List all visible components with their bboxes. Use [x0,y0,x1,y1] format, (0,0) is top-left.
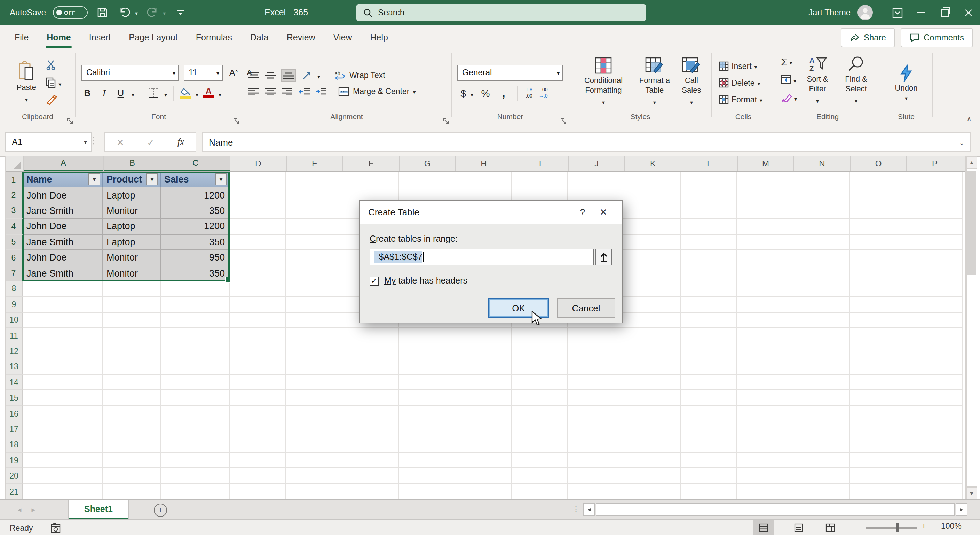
cell-G13[interactable] [399,359,455,375]
cell-B8[interactable] [103,281,161,297]
row-header-20[interactable]: 20 [6,468,23,484]
cell-D3[interactable] [230,203,286,219]
cell-G11[interactable] [399,328,455,344]
cell-L19[interactable] [681,453,737,468]
cell-M2[interactable] [737,188,794,203]
cell-B10[interactable] [103,312,161,328]
cell-N20[interactable] [794,468,850,484]
alignment-dialog-launcher-icon[interactable] [443,118,449,124]
cell-D6[interactable] [230,250,286,266]
cell-P17[interactable] [906,422,963,438]
cell-L8[interactable] [681,281,737,297]
new-sheet-button[interactable]: + [154,503,167,517]
cell-K7[interactable] [624,266,681,281]
cell-B15[interactable] [103,390,161,406]
cell-J19[interactable] [568,453,624,468]
scrollbar-drag-dots[interactable]: ⋮ [572,505,580,513]
cell-K18[interactable] [624,437,681,453]
cell-A14[interactable] [23,375,103,390]
row-header-6[interactable]: 6 [6,250,23,266]
quick-access-more-icon[interactable] [173,5,188,20]
cell-E14[interactable] [286,375,342,390]
zoom-level[interactable]: 100% [941,522,962,530]
cell-B16[interactable] [103,406,161,422]
cell-F13[interactable] [342,359,399,375]
cell-A4[interactable]: John Doe [23,219,103,235]
cell-I18[interactable] [512,437,568,453]
cell-N17[interactable] [794,422,850,438]
clear-dropdown-icon[interactable] [794,91,797,104]
cell-B13[interactable] [103,359,161,375]
cell-D18[interactable] [230,437,286,453]
cell-P9[interactable] [906,297,963,312]
cell-K15[interactable] [624,390,681,406]
cell-N15[interactable] [794,390,850,406]
cell-O11[interactable] [850,328,906,344]
cell-L13[interactable] [681,359,737,375]
cell-N1[interactable] [794,172,850,188]
format-cells-button[interactable]: Format [719,91,762,107]
cell-P8[interactable] [906,281,963,297]
cell-D19[interactable] [230,453,286,468]
cell-C18[interactable] [161,437,230,453]
cell-A18[interactable] [23,437,103,453]
cell-A15[interactable] [23,390,103,406]
page-layout-view-button[interactable] [788,521,809,535]
conditional-formatting-button[interactable]: Conditional Formatting [575,56,632,108]
cell-O18[interactable] [850,437,906,453]
borders-button[interactable] [148,86,159,100]
cell-N10[interactable] [794,312,850,328]
increase-decimal-button[interactable]: +.8 .00 [525,88,533,99]
cell-A17[interactable] [23,422,103,438]
cell-D11[interactable] [230,328,286,344]
autosum-dropdown-icon[interactable] [790,55,792,67]
cell-E7[interactable] [286,266,342,281]
cell-E5[interactable] [286,235,342,250]
cell-L6[interactable] [681,250,737,266]
cell-C2[interactable]: 1200 [161,188,230,203]
clipboard-dialog-launcher-icon[interactable] [67,118,73,124]
cell-A20[interactable] [23,468,103,484]
cell-D13[interactable] [230,359,286,375]
cell-O6[interactable] [850,250,906,266]
row-header-8[interactable]: 8 [6,281,23,297]
cell-E8[interactable] [286,281,342,297]
normal-view-button[interactable] [753,521,774,535]
cell-H17[interactable] [455,422,512,438]
cell-P14[interactable] [906,375,963,390]
font-dialog-launcher-icon[interactable] [233,118,239,124]
cell-A16[interactable] [23,406,103,422]
underline-button[interactable]: U [115,86,127,100]
cell-K19[interactable] [624,453,681,468]
cell-A10[interactable] [23,312,103,328]
column-header-C[interactable]: C [161,156,231,171]
cell-I11[interactable] [512,328,568,344]
row-header-15[interactable]: 15 [6,390,23,406]
cell-P7[interactable] [906,266,963,281]
cell-O1[interactable] [850,172,906,188]
vertical-scrollbar[interactable]: ▲ ▼ [966,156,977,500]
cell-B1[interactable]: Product▾ [103,172,161,188]
cell-O9[interactable] [850,297,906,312]
cell-K3[interactable] [624,203,681,219]
cell-K17[interactable] [624,422,681,438]
cell-F12[interactable] [342,344,399,359]
cell-C5[interactable]: 350 [161,235,230,250]
cell-E9[interactable] [286,297,342,312]
zoom-out-icon[interactable]: − [854,522,859,530]
cell-L9[interactable] [681,297,737,312]
delete-cells-dropdown-icon[interactable] [757,78,760,87]
cell-H13[interactable] [455,359,512,375]
vertical-scroll-thumb[interactable] [967,171,976,275]
cell-A6[interactable]: John Doe [23,250,103,266]
cell-N13[interactable] [794,359,850,375]
zoom-slider-handle[interactable] [896,523,899,532]
user-name[interactable]: Jart Theme [808,8,851,18]
cell-N3[interactable] [794,203,850,219]
align-middle-icon[interactable] [264,70,276,80]
conditional-formatting-dropdown-icon[interactable] [602,97,605,107]
cell-P1[interactable] [906,172,963,188]
scroll-down-icon[interactable]: ▼ [966,487,977,500]
cell-A2[interactable]: John Doe [23,188,103,203]
cell-P18[interactable] [906,437,963,453]
